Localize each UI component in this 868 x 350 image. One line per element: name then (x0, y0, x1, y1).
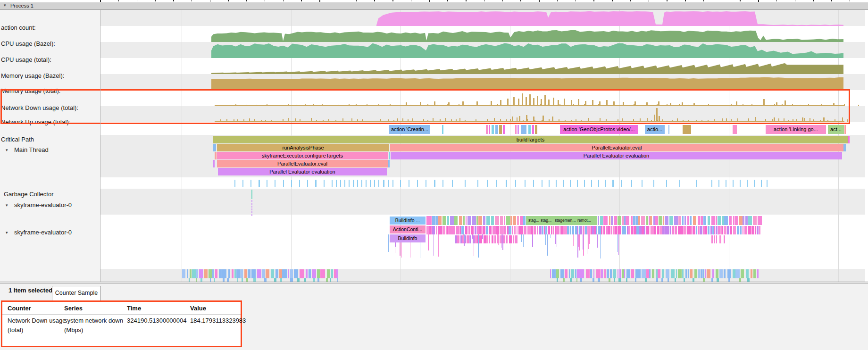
ruler-tick (612, 0, 613, 1)
critical-path-block[interactable]: action 'Creatin... (389, 125, 430, 134)
critical-path-block[interactable] (442, 125, 443, 134)
collapse-icon[interactable]: ▾ (6, 201, 8, 209)
ruler-tick (228, 0, 229, 1)
thread-span[interactable] (215, 152, 217, 159)
ruler-tick (265, 0, 266, 1)
critical-path-block[interactable] (499, 125, 502, 134)
thread-span[interactable] (389, 152, 390, 159)
track-label[interactable]: Memory usage (Bazel): (1, 72, 64, 80)
ruler-tick (118, 0, 119, 1)
critical-path-block[interactable] (683, 125, 691, 134)
ruler-tick (392, 0, 393, 1)
ruler-tick (593, 0, 594, 1)
timeline-row[interactable] (100, 10, 865, 26)
critical-path-block[interactable]: actio... (645, 125, 665, 134)
critical-path-block[interactable] (668, 125, 669, 134)
ruler-tick (155, 0, 156, 1)
track-label[interactable]: skyframe-evaluator-0 (14, 201, 72, 209)
thread-span[interactable]: Parallel Evaluator evaluation (391, 152, 842, 159)
cell-counter-line1: Network Down usage (8, 317, 66, 324)
critical-path-block[interactable]: action 'Linking go... (766, 125, 826, 134)
thread-span[interactable]: Parallel Evaluator evaluation (218, 168, 387, 175)
critical-path-block[interactable] (532, 125, 534, 134)
thread-span[interactable]: buildTargets (213, 136, 848, 143)
timeline-row[interactable] (100, 269, 865, 282)
critical-path-block[interactable]: action 'GenObjcProtos video/... (560, 125, 638, 134)
thread-span[interactable] (848, 136, 850, 143)
thread-span[interactable]: skyframeExecutor.configureTargets (217, 152, 388, 159)
thread-span[interactable] (843, 144, 846, 151)
track-label[interactable]: Critical Path (1, 135, 34, 144)
track-label[interactable]: skyframe-evaluator-0 (14, 228, 72, 237)
critical-path-block[interactable] (503, 125, 505, 134)
track-label[interactable]: Memory usage (total): (1, 87, 60, 95)
col-header-time[interactable]: Time (127, 305, 141, 312)
thread-span[interactable]: runAnalysisPhase (217, 144, 389, 151)
thread-span[interactable] (388, 160, 390, 167)
critical-path-block[interactable] (489, 125, 490, 134)
timeline-row[interactable] (100, 189, 865, 215)
cell-series-line1: system network down (64, 317, 123, 324)
critical-path-block[interactable]: act... (828, 125, 844, 134)
track-label[interactable]: CPU usage (Bazel): (1, 40, 55, 48)
collapse-icon[interactable]: ▾ (4, 3, 6, 8)
thread-span[interactable] (213, 144, 216, 151)
critical-path-block[interactable] (495, 125, 498, 134)
ruler-tick (447, 0, 448, 1)
stag-label: stag... (541, 218, 551, 223)
counter-sample-table: Counter Series Time Value Network Down u… (1, 300, 242, 347)
sidebar-divider (100, 10, 100, 282)
stag-label: stagemen... (555, 218, 576, 223)
critical-path-block[interactable] (535, 125, 537, 134)
thread-span[interactable] (213, 160, 215, 167)
track-label[interactable]: Main Thread (14, 146, 49, 154)
track-label[interactable]: Garbage Collector (4, 190, 54, 199)
ruler-tick (740, 0, 741, 1)
ruler-tick (356, 0, 357, 1)
ruler-tick (502, 0, 503, 1)
track-label[interactable]: CPU usage (total): (1, 56, 51, 64)
ruler-tick (374, 0, 375, 1)
critical-path-block[interactable] (733, 125, 737, 134)
critical-path-block[interactable] (844, 125, 846, 134)
track-label[interactable]: action count: (1, 24, 36, 32)
collapse-icon[interactable]: ▾ (6, 228, 8, 237)
process-header[interactable]: ▾ Process 1 (0, 2, 868, 10)
ruler-tick (246, 0, 247, 1)
ruler-tick (210, 0, 211, 2)
ruler-tick (813, 0, 814, 1)
ruler-tick (429, 0, 430, 2)
tab-counter-sample[interactable]: Counter Sample (1) (52, 286, 101, 300)
ruler-tick (831, 0, 832, 1)
timeline-row[interactable] (100, 42, 865, 58)
cell-time: 324190.51300000004 (127, 317, 187, 324)
collapse-icon[interactable]: ▾ (6, 146, 8, 154)
track-label[interactable]: Network Up usage (total): (1, 118, 70, 126)
critical-path-block[interactable] (492, 125, 494, 134)
critical-path-block[interactable] (517, 125, 519, 134)
ruler-tick (466, 0, 467, 1)
thread-span[interactable]: BuildInfo (390, 234, 426, 242)
col-header-series[interactable]: Series (64, 305, 83, 312)
thread-span[interactable]: ActionConti... (390, 225, 426, 233)
col-header-value[interactable]: Value (190, 305, 206, 312)
ruler-tick (630, 0, 631, 1)
critical-path-block[interactable] (515, 125, 517, 134)
timeline-row[interactable] (100, 106, 865, 122)
timeline-row[interactable] (100, 74, 865, 90)
ruler-tick (100, 0, 101, 2)
stag-label: remot... (577, 218, 591, 223)
critical-path-block[interactable] (486, 125, 488, 134)
track-label[interactable]: Network Down usage (total): (1, 104, 78, 112)
thread-span[interactable]: ParallelEvaluator.eval (217, 160, 388, 167)
ruler-tick (685, 0, 686, 1)
thread-span[interactable]: ParallelEvaluator.eval (390, 144, 843, 151)
ruler-tick (557, 0, 558, 1)
critical-path-block[interactable] (528, 125, 531, 134)
col-header-counter[interactable]: Counter (8, 305, 31, 312)
trace-viewer: ▾ Process 1 action count:CPU usage (Baze… (0, 0, 868, 350)
ruler-tick (649, 0, 650, 2)
critical-path-block[interactable] (521, 125, 526, 134)
thread-span[interactable]: BuildInfo ... (390, 217, 426, 225)
ruler-tick (539, 0, 540, 2)
